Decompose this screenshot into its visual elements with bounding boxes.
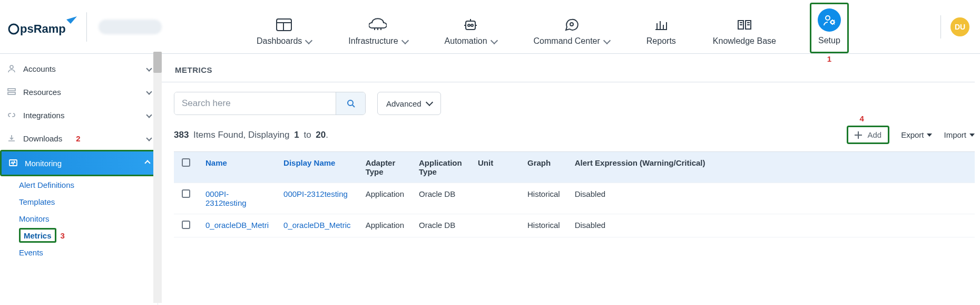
- count-from: 1: [294, 130, 299, 140]
- row-checkbox[interactable]: [182, 221, 190, 229]
- cell-adapter-type: Application: [358, 183, 411, 214]
- nav-label: Knowledge Base: [713, 36, 776, 46]
- select-all-checkbox[interactable]: [182, 158, 190, 167]
- col-display-name[interactable]: Display Name: [283, 158, 335, 167]
- plus-icon: [855, 131, 862, 139]
- cell-unit: [471, 214, 520, 237]
- add-label: Add: [867, 130, 881, 139]
- advanced-button[interactable]: Advanced: [377, 92, 441, 115]
- export-button[interactable]: Export: [901, 130, 932, 139]
- nav-command-center[interactable]: Command Center: [531, 11, 613, 53]
- nav-setup[interactable]: Setup 1: [810, 3, 849, 53]
- search-input[interactable]: [174, 92, 336, 115]
- scrollbar-thumb[interactable]: [153, 52, 162, 73]
- tenant-name-blurred: [99, 20, 162, 34]
- annotation-4: 4: [859, 114, 864, 123]
- chevron-down-icon: [490, 37, 497, 44]
- infrastructure-icon: [368, 17, 387, 32]
- resources-icon: [6, 87, 17, 97]
- caret-down-icon: [927, 134, 932, 137]
- import-button[interactable]: Import: [944, 130, 975, 139]
- svg-point-0: [9, 24, 18, 34]
- nav-knowledge-base[interactable]: Knowledge Base: [710, 11, 779, 53]
- cell-unit: [471, 183, 520, 214]
- chevron-down-icon: [146, 112, 152, 118]
- table-row: 0_oracleDB_Metri 0_oracleDB_Metric Appli…: [174, 214, 975, 237]
- count-to-word: to: [303, 130, 311, 140]
- metric-display-name-link[interactable]: 000PI-2312testing: [283, 189, 348, 198]
- sidebar-item-downloads[interactable]: Downloads 2: [0, 127, 158, 150]
- metric-name-link[interactable]: 000PI-2312testing: [205, 189, 247, 207]
- metric-display-name-link[interactable]: 0_oracleDB_Metric: [283, 221, 351, 230]
- downloads-icon: [6, 134, 17, 143]
- col-unit[interactable]: Unit: [471, 152, 520, 183]
- advanced-label: Advanced: [386, 99, 422, 108]
- divider: [86, 12, 87, 42]
- sidebar-item-label: Integrations: [23, 111, 64, 120]
- sidebar-item-monitoring[interactable]: Monitoring: [2, 151, 156, 175]
- sidebar-item-label: Accounts: [23, 64, 56, 73]
- cell-adapter-type: Application: [358, 214, 411, 237]
- content: METRICS Advanced 383 Items Found, Displa…: [158, 54, 980, 305]
- command-center-icon: [562, 17, 581, 32]
- dashboards-icon: [275, 17, 293, 32]
- search-button[interactable]: [336, 92, 365, 115]
- sidebar-item-accounts[interactable]: Accounts: [0, 57, 158, 80]
- submenu-events[interactable]: Events: [19, 244, 158, 261]
- cell-alert-expr: Disabled: [567, 183, 975, 214]
- svg-point-4: [468, 24, 470, 26]
- count-total: 383: [174, 130, 189, 140]
- col-adapter-type[interactable]: Adapter Type: [358, 152, 411, 183]
- add-button[interactable]: Add: [847, 126, 889, 144]
- col-application-type[interactable]: Application Type: [411, 152, 471, 183]
- user-avatar[interactable]: DU: [950, 17, 969, 36]
- submenu-alert-definitions[interactable]: Alert Definitions: [19, 176, 158, 193]
- results-count: 383 Items Found, Displaying 1 to 20.: [174, 130, 328, 140]
- search-box: [174, 92, 366, 115]
- table-header-row: Name Display Name Adapter Type Applicati…: [174, 152, 975, 183]
- sidebar-item-integrations[interactable]: Integrations: [0, 103, 158, 127]
- nav-dashboards[interactable]: Dashboards: [253, 11, 315, 53]
- chevron-down-icon: [426, 99, 433, 106]
- setup-icon: [818, 8, 841, 32]
- annotation-1: 1: [827, 54, 831, 63]
- metric-name-link[interactable]: 0_oracleDB_Metri: [205, 221, 269, 230]
- nav-automation[interactable]: Automation: [442, 11, 500, 53]
- cell-graph: Historical: [520, 214, 567, 237]
- topbar: psRamp Dashboards Infrastructure: [0, 0, 980, 54]
- col-name[interactable]: Name: [205, 158, 227, 167]
- submenu-monitors[interactable]: Monitors: [19, 210, 158, 227]
- count-to: 20: [316, 130, 326, 140]
- automation-icon: [461, 17, 480, 32]
- table-actions: 4 Add Export Import: [847, 126, 975, 144]
- logo-opsramp: psRamp: [7, 16, 77, 37]
- caret-down-icon: [969, 134, 975, 137]
- nav-reports[interactable]: Reports: [643, 11, 679, 53]
- page-title: METRICS: [175, 65, 975, 74]
- svg-point-9: [10, 65, 13, 69]
- submenu-metrics[interactable]: Metrics: [24, 227, 52, 244]
- row-checkbox[interactable]: [182, 189, 190, 198]
- divider: [940, 15, 941, 39]
- chevron-down-icon: [146, 89, 152, 94]
- nav-label: Automation: [445, 36, 487, 46]
- monitoring-submenu: Alert Definitions Templates Monitors Met…: [0, 176, 158, 261]
- reports-icon: [652, 17, 671, 32]
- svg-point-5: [471, 24, 473, 26]
- col-alert-expression[interactable]: Alert Expression (Warning/Critical): [567, 152, 975, 183]
- nav-label: Reports: [646, 36, 676, 46]
- sidebar-item-resources[interactable]: Resources: [0, 80, 158, 103]
- nav-infrastructure[interactable]: Infrastructure: [345, 11, 410, 53]
- col-graph[interactable]: Graph: [520, 152, 567, 183]
- scrollbar-track[interactable]: [153, 52, 162, 303]
- sidebar-item-label: Downloads: [23, 134, 62, 143]
- chevron-down-icon: [305, 37, 312, 44]
- submenu-templates[interactable]: Templates: [19, 193, 158, 210]
- nav-label: Dashboards: [257, 36, 302, 46]
- annotation-2: 2: [76, 134, 80, 143]
- cell-application-type: Oracle DB: [411, 183, 471, 214]
- sidebar-item-label: Resources: [23, 88, 61, 97]
- setup-sidebar: Accounts Resources Integrations Download…: [0, 54, 158, 305]
- cell-graph: Historical: [520, 183, 567, 214]
- chevron-down-icon: [146, 135, 152, 141]
